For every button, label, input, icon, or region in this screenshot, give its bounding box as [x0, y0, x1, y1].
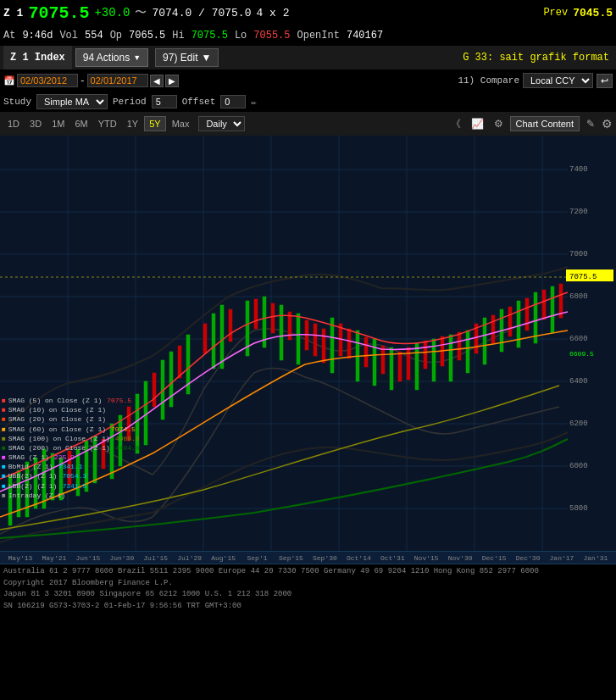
svg-text:7000: 7000: [569, 250, 588, 258]
offset-label: Offset: [182, 97, 216, 107]
ticker-label: Z 1: [3, 7, 23, 19]
bid-ask: 7074.0 / 7075.0: [152, 7, 251, 19]
frequency-select[interactable]: Daily: [198, 116, 245, 131]
lo-value: 7055.5: [253, 30, 290, 42]
tf-6m-button[interactable]: 6M: [70, 117, 92, 131]
tf-5y-button[interactable]: 5Y: [144, 116, 165, 131]
period-label: Period: [113, 97, 147, 107]
date-tick-dec30: Dec'30: [511, 554, 545, 562]
settings-dots-button[interactable]: ⚙: [491, 116, 507, 131]
chart-line-button[interactable]: 📈: [468, 116, 487, 131]
hi-value: 7075.5: [191, 30, 228, 42]
svg-rect-51: [517, 301, 520, 347]
study-select[interactable]: Simple MA: [36, 94, 108, 109]
svg-rect-66: [322, 329, 325, 363]
chart-container[interactable]: 7075.5 7400 7200 7000 6800 6600 6400 620…: [0, 136, 616, 551]
svg-rect-77: [491, 315, 495, 343]
date-tick-jul29: Jul'29: [173, 554, 207, 562]
svg-rect-70: [381, 346, 385, 374]
svg-rect-65: [314, 324, 317, 356]
study-bar: Study Simple MA Period Offset ✏: [0, 92, 616, 112]
edit-button[interactable]: 97) Edit ▼: [155, 48, 219, 67]
date-tick-nov15: Nov'15: [409, 554, 443, 562]
prev-value: 7045.5: [573, 7, 613, 19]
date-tick-aug15: Aug'15: [207, 554, 241, 562]
from-date-input[interactable]: [17, 74, 78, 87]
compare-label: 11) Compare: [458, 75, 519, 86]
oi-value: 740167: [347, 30, 383, 42]
svg-rect-68: [347, 329, 351, 358]
tf-max-button[interactable]: Max: [168, 117, 194, 131]
svg-text:6400: 6400: [569, 377, 588, 386]
svg-rect-61: [254, 299, 258, 329]
svg-rect-35: [212, 314, 215, 369]
svg-rect-57: [153, 373, 156, 407]
gear-button[interactable]: ⚙: [602, 117, 613, 131]
svg-text:6200: 6200: [569, 419, 588, 428]
footer-line1: Australia 61 2 9777 8600 Brazil 5511 239…: [3, 566, 613, 578]
date-tick-nov30: Nov'30: [443, 554, 477, 562]
actions-button[interactable]: 94 Actions ▼: [75, 48, 148, 67]
to-date-input[interactable]: [87, 74, 148, 87]
chart-content-label: Chart Content: [516, 119, 574, 129]
svg-rect-45: [415, 343, 419, 390]
at-label: At: [3, 30, 15, 42]
date-prev-button[interactable]: ◀: [150, 75, 164, 87]
legend-item-ubb: ■ UBB(2) (Z 1) 7054.3: [2, 471, 140, 481]
date-tick-may21: May'21: [37, 554, 71, 562]
timeframe-bar: 1D 3D 1M 6M YTD 1Y 5Y Max Daily 《 📈 ⚙ Ch…: [0, 112, 616, 136]
offset-input[interactable]: [220, 95, 246, 108]
pencil-icon[interactable]: ✏: [251, 97, 257, 108]
svg-rect-62: [271, 303, 275, 333]
price-change: +30.0: [94, 6, 130, 19]
svg-text:7200: 7200: [569, 208, 588, 216]
tf-1y-button[interactable]: 1Y: [123, 117, 142, 131]
date-tick-jun30: Jun'30: [105, 554, 139, 562]
svg-rect-53: [551, 286, 554, 333]
svg-rect-36: [220, 305, 224, 369]
svg-text:6600: 6600: [569, 335, 588, 343]
edit-pencil-button[interactable]: ✎: [583, 116, 598, 131]
tf-3d-button[interactable]: 3D: [25, 117, 46, 131]
svg-text:5800: 5800: [569, 504, 588, 513]
footer-copyright: Copyright 2017 Bloomberg Finance L.P.: [3, 578, 613, 590]
svg-rect-72: [407, 347, 410, 380]
legend-item-sma5: ■ SMAG (5) on Close (Z 1) 7075.5: [2, 396, 140, 405]
svg-rect-43: [373, 339, 376, 386]
date-tick-jul15: Jul'15: [139, 554, 173, 562]
hi-label: Hi: [172, 30, 184, 42]
left-arrow-button[interactable]: 《: [447, 115, 464, 133]
svg-rect-47: [449, 335, 452, 381]
legend-item-sma100: ■ SMAG (100) on Close (Z 1) 4989.8: [2, 434, 140, 443]
date-tick-jan17: Jan'17: [545, 554, 579, 562]
at-value: 9:46d: [22, 30, 53, 42]
vol-value: 554: [85, 30, 103, 42]
svg-rect-59: [203, 324, 207, 353]
legend-item-sma10: ■ SMAG (10) on Close (Z 1): [2, 405, 140, 414]
legend-item-bbmid: ■ BbMid (Z 1) 7341.1: [2, 462, 140, 471]
svg-rect-79: [525, 298, 529, 331]
legend-item-lbb: ■ LBB(2) (Z 1) 7341.5: [2, 481, 140, 491]
svg-rect-60: [229, 309, 232, 342]
date-tick-sep30: Sep'30: [308, 554, 341, 562]
compare-select[interactable]: Local CCY: [523, 73, 593, 88]
tf-ytd-button[interactable]: YTD: [94, 117, 121, 131]
tf-1d-button[interactable]: 1D: [3, 117, 24, 131]
date-tick-jun15: Jun'15: [71, 554, 105, 562]
compare-go-button[interactable]: ↩: [597, 74, 613, 88]
period-input[interactable]: [152, 95, 177, 108]
svg-rect-58: [178, 346, 181, 378]
tf-1m-button[interactable]: 1M: [47, 117, 69, 131]
svg-text:6609.5: 6609.5: [569, 350, 594, 358]
svg-rect-75: [458, 332, 461, 360]
top-bar: Z 1 7075.5 +30.0 〜 7074.0 / 7075.0 4 x 2…: [0, 0, 616, 25]
chart-content-button[interactable]: Chart Content: [510, 116, 580, 131]
footer-line2: Japan 81 3 3201 8900 Singapore 65 6212 1…: [3, 589, 613, 601]
g-label: G 33: sait grafik format: [463, 52, 613, 64]
footer: Australia 61 2 9777 8600 Brazil 5511 239…: [0, 564, 616, 614]
compare-section: 11) Compare Local CCY ↩: [458, 73, 613, 88]
legend-item-sma: ■ SMAG (Z 1) 225.9: [2, 453, 140, 462]
date-tick-oct14: Oct'14: [341, 554, 375, 562]
svg-rect-71: [398, 352, 402, 381]
date-next-button[interactable]: ▶: [165, 75, 179, 87]
